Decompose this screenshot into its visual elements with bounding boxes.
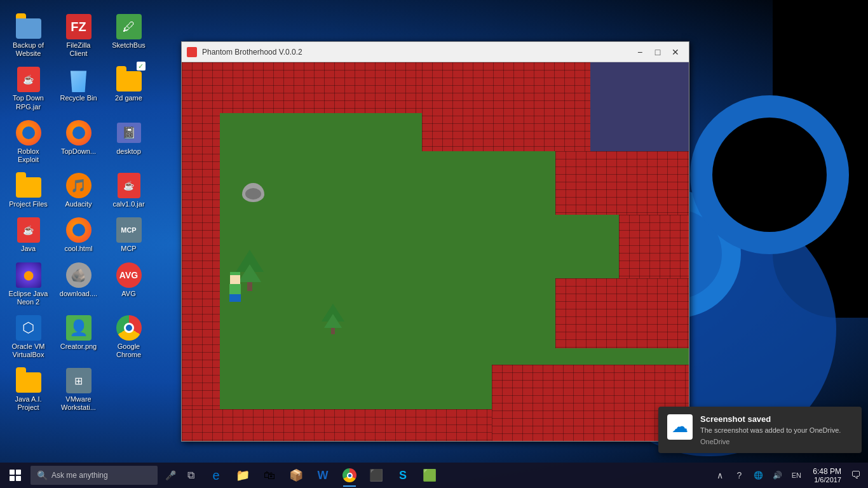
volume-icon: 🔊 [773, 471, 782, 480]
search-icon: 🔍 [37, 470, 48, 480]
icon-label: Backup of Website [6, 41, 50, 58]
taskbar-app-edge[interactable]: e [203, 463, 229, 488]
icon-label: Creator.png [60, 342, 97, 351]
taskbar-pinned-apps: e 📁 🛍 📦 W [203, 463, 442, 488]
desktop-icon-topdown2[interactable]: TopDown... [55, 117, 102, 167]
desktop-icon-java-ai[interactable]: Java A.I. Project [4, 365, 52, 415]
desktop-icon-virtualbox[interactable]: ⬡ Oracle VM VirtualBox [4, 312, 52, 362]
store-icon: 🛍 [264, 469, 275, 482]
explorer-icon: 📁 [236, 468, 250, 482]
skype-icon: S [399, 469, 407, 482]
desktop-icon-filezilla[interactable]: FZ FileZilla Client [55, 11, 102, 61]
restore-button[interactable]: □ [649, 46, 666, 58]
icon-label: Java [21, 245, 36, 253]
tree-top2-s [324, 314, 342, 328]
vmware-icon: ⊞ [66, 368, 92, 393]
cloud-icon: ☁ [672, 417, 688, 437]
icon-label: Eclipse Java Neon 2 [6, 290, 50, 306]
desktop-icon-eclipse[interactable]: ⬤ Eclipse Java Neon 2 [4, 259, 52, 309]
icon-label: calv1.0.jar [112, 200, 144, 208]
desktop-icon-audacity[interactable]: 🎵 Audacity [55, 170, 102, 212]
firefox2-icon [66, 120, 92, 146]
chevron-up-icon: ∧ [717, 470, 723, 480]
icon-label: desktop [116, 147, 141, 156]
taskbar-app-chrome[interactable] [337, 463, 362, 488]
download-icon: 🪨 [66, 262, 92, 288]
tree-top2 [238, 264, 261, 282]
game-title: Phantom Brotherhood V.0.0.2 [202, 48, 632, 57]
tree-trunk-s [331, 328, 335, 334]
virtualbox-icon: ⬡ [16, 315, 41, 341]
brick-left-wall [182, 62, 220, 441]
desktop-icon-mcp[interactable]: MCP MCP [105, 214, 153, 256]
tray-network[interactable]: 🌐 [749, 465, 767, 485]
icon-label: Google Chrome [107, 342, 151, 359]
desktop-icon-2dgame[interactable]: 2d game [105, 64, 153, 114]
desktop-icon-sketchbus[interactable]: 🖊 SketchBus [105, 11, 153, 61]
game-titlebar[interactable]: Phantom Brotherhood V.0.0.2 − □ ✕ [182, 42, 689, 62]
desktop-icon-google-chrome[interactable]: Google Chrome [105, 312, 153, 362]
taskbar-search[interactable]: 🔍 Ask me anything [31, 466, 158, 485]
taskbar-app-explorer[interactable]: 📁 [230, 463, 255, 488]
game-app-icon [187, 47, 197, 57]
taskbar-app-skype[interactable]: S [390, 463, 416, 488]
other-app-icon: 🟩 [423, 468, 437, 482]
brick-right-mid2 [619, 215, 689, 278]
taskbar-clock[interactable]: 6:48 PM 1/6/2017 [808, 463, 846, 488]
start-button[interactable] [3, 463, 28, 488]
calv-icon: ☕ [118, 173, 140, 198]
onedrive-notification[interactable]: ☁ Screenshot saved The screenshot was ad… [658, 407, 862, 453]
desktop-icon-cool-html[interactable]: cool.html [55, 214, 102, 256]
icon-label: FileZilla Client [57, 41, 100, 58]
taskbar-app-store[interactable]: 🛍 [257, 463, 282, 488]
mcp-icon: MCP [116, 217, 142, 243]
desktop-icon-avg[interactable]: AVG AVG [105, 259, 153, 309]
desktop-icon-download[interactable]: 🪨 download.... [55, 259, 102, 309]
minimize-button[interactable]: − [632, 46, 648, 58]
desktop-icons-area: Backup of Website FZ FileZilla Client 🖊 … [0, 6, 178, 420]
icon-label: SketchBus [112, 41, 146, 50]
tray-chevron[interactable]: ∧ [711, 465, 729, 485]
icon-label: MCP [121, 245, 136, 253]
mic-icon: 🎤 [165, 470, 176, 480]
tray-keyboard[interactable]: EN [787, 465, 805, 485]
desktop-icon-desktop[interactable]: 📓 desktop [105, 117, 153, 167]
char-head [230, 275, 240, 284]
icon-label: VMware Workstati... [57, 395, 100, 412]
desktop-icon-roblox[interactable]: Roblox Exploit [4, 117, 52, 167]
taskbar-app-winrar[interactable]: 📦 [283, 463, 309, 488]
icon-label: cool.html [64, 245, 92, 253]
desktop-icon-java[interactable]: ☕ Java [4, 214, 52, 256]
creator-icon: 👤 [66, 315, 92, 341]
bg-ring [690, 95, 849, 254]
minecraft-icon: ⬛ [369, 468, 383, 482]
windows-logo-icon [10, 470, 21, 481]
onedrive-notification-icon: ☁ [667, 414, 693, 440]
desktop-icon-creator[interactable]: 👤 Creator.png [55, 312, 102, 362]
taskbar-app-other[interactable]: 🟩 [417, 463, 442, 488]
word-icon: W [318, 469, 329, 482]
icon-label: Top Down RPG.jar [6, 94, 50, 111]
notification-source: OneDrive [700, 438, 853, 445]
taskbar-app-minecraft[interactable]: ⬛ [363, 463, 389, 488]
taskbar-app-word[interactable]: W [310, 463, 336, 488]
icon-label: Recycle Bin [60, 94, 97, 102]
tray-volume[interactable]: 🔊 [768, 465, 786, 485]
desktop-icon-project-files[interactable]: Project Files [4, 170, 52, 212]
desktop-icon-backup-website[interactable]: Backup of Website [4, 11, 52, 61]
tray-help[interactable]: ? [730, 465, 748, 485]
desktop-icon-calv[interactable]: ☕ calv1.0.jar [105, 170, 153, 212]
desktop-icon-recycle-bin[interactable]: Recycle Bin [55, 64, 102, 114]
action-center-button[interactable]: 🗨 [846, 465, 865, 485]
microphone-button[interactable]: 🎤 [160, 465, 180, 485]
desktop-icon-vmware[interactable]: ⊞ VMware Workstati... [55, 365, 102, 415]
brick-right-mid3 [555, 278, 689, 348]
task-view-button[interactable]: ⧉ [180, 465, 201, 485]
icon-label: AVG [121, 290, 135, 298]
help-icon: ? [736, 470, 742, 480]
close-button[interactable]: ✕ [667, 46, 684, 58]
icon-label: TopDown... [61, 147, 96, 156]
player-character [229, 272, 241, 302]
desktop-icon-topdown[interactable]: ☕ Top Down RPG.jar [4, 64, 52, 114]
firefox3-icon [66, 217, 92, 243]
